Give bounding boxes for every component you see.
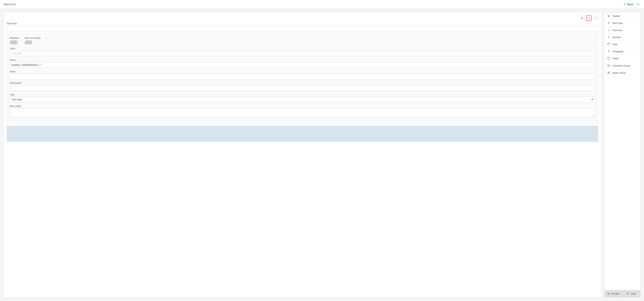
value-field-label: Value: (10, 70, 595, 73)
value-field-group: Value: (10, 70, 595, 79)
top-bar: New Form ✓ Save ✕ (0, 0, 644, 9)
sidebar-item-label-select: Select (612, 57, 619, 60)
svg-rect-7 (608, 64, 610, 66)
max-length-input[interactable] (10, 108, 595, 117)
sidebar-bottom-buttons: Preview Clear (604, 290, 640, 298)
save-button[interactable]: ✓ Save (624, 2, 633, 6)
delete-field-button[interactable]: ✕ (593, 15, 598, 21)
name-input[interactable] (10, 62, 595, 68)
drop-zone (7, 126, 598, 142)
field-section-label: Text Field (7, 22, 598, 25)
sidebar-item-label-date: Date (612, 43, 617, 46)
delete-icon: ✕ (594, 16, 597, 20)
field-toolbar: ⧉ ✎ ✕ (7, 15, 598, 21)
max-length-field-group: Max Length: (10, 105, 595, 118)
type-field-group: Type: Text Field Email Password Number U… (10, 93, 595, 102)
preview-button[interactable]: Preview (604, 290, 622, 297)
sidebar-item-label-number: Number (612, 36, 621, 38)
edit-field-button[interactable]: ✎ (586, 15, 592, 21)
clear-icon (627, 292, 629, 295)
paragraph-icon: ¶ (607, 50, 610, 53)
page-title: New Form (4, 3, 16, 6)
label-field-group: Label: (10, 47, 595, 56)
label-input[interactable] (10, 51, 595, 56)
copy-field-button[interactable]: ⧉ (579, 15, 585, 21)
hide-on-preview-label: Hide on Preview: (24, 37, 41, 39)
svg-point-10 (608, 293, 609, 294)
text-area-icon: ≡ (607, 29, 610, 32)
clear-button[interactable]: Clear (622, 290, 640, 297)
save-check-icon: ✓ (624, 2, 626, 6)
required-toggle[interactable] (10, 40, 18, 44)
max-length-field-label: Max Length: (10, 105, 595, 108)
radio-group-icon (607, 71, 610, 74)
date-icon (607, 43, 610, 46)
sidebar-item-text-area[interactable]: ≡ Text Area (604, 27, 640, 34)
required-toggle-track (10, 40, 18, 44)
label-field-label: Label: (10, 47, 595, 50)
clear-label: Clear (630, 292, 636, 295)
type-select[interactable]: Text Field Email Password Number URL (10, 97, 595, 102)
top-bar-actions: ✓ Save ✕ (624, 2, 640, 7)
name-field-label: Name: (10, 59, 595, 61)
svg-point-5 (608, 58, 608, 58)
placeholder-field-label: Placeholder: (10, 82, 595, 84)
number-icon: # (607, 36, 610, 38)
sidebar-item-label-paragraph: Paragraph (612, 50, 624, 53)
name-field-group: Name: (10, 59, 595, 68)
sidebar-item-label-text-area: Text Area (612, 29, 622, 32)
checkbox-group-icon (607, 64, 610, 67)
text-field-section: Text Field (7, 22, 598, 32)
placeholder-field-group: Placeholder: (10, 82, 595, 91)
form-builder: ⧉ ✎ ✕ Text Field Required: (4, 12, 602, 298)
main-layout: ⧉ ✎ ✕ Text Field Required: (0, 9, 644, 301)
hide-preview-group: Hide on Preview: (24, 37, 41, 44)
preview-icon (607, 292, 610, 295)
save-label: Save (627, 3, 633, 6)
hide-preview-toggle-track (24, 40, 32, 44)
preview-label: Preview (611, 292, 620, 295)
value-input[interactable] (10, 74, 595, 79)
sidebar-item-number[interactable]: # Number (604, 34, 640, 41)
required-label: Required: (10, 37, 19, 39)
select-icon (607, 57, 610, 60)
sidebar-item-date[interactable]: Date (604, 41, 640, 48)
right-sidebar: H Header T Text Field ≡ Text Area # Numb… (604, 12, 640, 298)
sidebar-item-label-checkbox-group: Checkbox Group (612, 64, 630, 67)
sidebar-items-list: H Header T Text Field ≡ Text Area # Numb… (604, 12, 640, 290)
toggles-row: Required: Hide on Preview: (10, 37, 595, 44)
sidebar-item-label-header: Header (612, 14, 620, 17)
properties-panel: Required: Hide on Preview: Label: (7, 34, 598, 124)
copy-icon: ⧉ (581, 16, 583, 20)
sidebar-item-label-text-field: Text Field (612, 22, 622, 24)
header-icon: H (607, 14, 610, 18)
sidebar-item-select[interactable]: Select (604, 55, 640, 62)
sidebar-item-text-field[interactable]: T Text Field (604, 20, 640, 27)
svg-rect-0 (608, 43, 610, 45)
sidebar-item-checkbox-group[interactable]: Checkbox Group (604, 62, 640, 70)
sidebar-item-label-radio-group: Radio Group (612, 72, 626, 74)
field-display-input[interactable] (7, 26, 598, 32)
svg-point-9 (608, 72, 609, 73)
text-field-icon: T (607, 22, 610, 24)
close-button[interactable]: ✕ (635, 2, 640, 7)
hide-preview-toggle[interactable] (24, 40, 32, 44)
type-field-label: Type: (10, 93, 595, 96)
placeholder-input[interactable] (10, 85, 595, 91)
sidebar-item-radio-group[interactable]: Radio Group (604, 70, 640, 76)
sidebar-item-paragraph[interactable]: ¶ Paragraph (604, 48, 640, 55)
required-group: Required: (10, 37, 19, 44)
edit-icon: ✎ (588, 16, 590, 20)
sidebar-item-header[interactable]: H Header (604, 12, 640, 20)
